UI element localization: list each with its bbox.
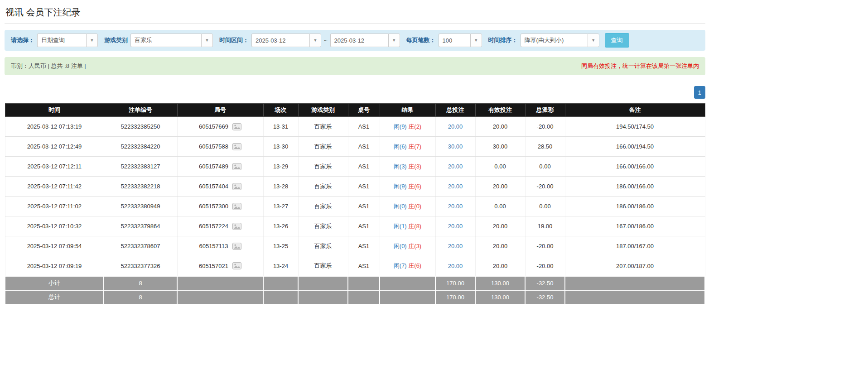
player-result: 闲(6) (394, 143, 407, 150)
image-icon[interactable] (232, 223, 241, 230)
note-cell: 186.00/186.00 (565, 197, 705, 216)
payout-cell: 0.00 (525, 157, 565, 177)
table-row: 2025-03-12 07:12:11522332383127605157489… (5, 157, 705, 177)
page-1-button[interactable]: 1 (694, 86, 705, 99)
image-icon[interactable] (232, 143, 241, 150)
image-icon[interactable] (232, 183, 241, 190)
table-number-cell: AS1 (348, 236, 380, 256)
footer-total-bet-cell: 170.00 (435, 276, 475, 290)
time-cell: 2025-03-12 07:13:19 (5, 117, 104, 137)
game-type-combobox: ▼ (130, 34, 213, 47)
total-bet-link[interactable]: 30.00 (448, 143, 463, 150)
image-icon[interactable] (232, 203, 241, 210)
total-bet-cell: 30.00 (435, 137, 475, 157)
banker-result: 庄(8) (408, 223, 421, 230)
banker-result: 庄(2) (408, 123, 421, 130)
player-result: 闲(0) (394, 203, 407, 210)
player-result: 闲(9) (394, 123, 407, 130)
search-button[interactable]: 查询 (605, 33, 629, 48)
date-to-dropdown-button[interactable]: ▼ (388, 34, 400, 47)
payout-cell: 28.50 (525, 137, 565, 157)
footer-empty-cell (263, 290, 298, 304)
payout-cell: -20.00 (525, 117, 565, 137)
result-cell: 闲(7) 庄(6) (380, 256, 435, 276)
banker-result: 庄(0) (408, 203, 421, 210)
valid-bet-cell: 20.00 (475, 216, 525, 236)
total-bet-link[interactable]: 20.00 (448, 183, 463, 190)
game-type-cell: 百家乐 (298, 157, 348, 177)
date-to-combobox: ▼ (330, 34, 400, 47)
column-header: 时间 (5, 104, 104, 117)
round-number: 605157588 (199, 143, 228, 150)
table-header-row: 时间注单编号局号场次游戏类别桌号结果总投注有效投注总派彩备注 (5, 104, 705, 117)
footer-payout-cell: -32.50 (525, 290, 565, 304)
image-icon[interactable] (232, 243, 241, 250)
table-header: 时间注单编号局号场次游戏类别桌号结果总投注有效投注总派彩备注 (5, 104, 705, 117)
banker-result: 庄(7) (408, 143, 421, 150)
total-bet-link[interactable]: 20.00 (448, 163, 463, 170)
column-header: 总投注 (435, 104, 475, 117)
page-size-dropdown-button[interactable]: ▼ (470, 34, 482, 47)
time-cell: 2025-03-12 07:10:32 (5, 216, 104, 236)
table-number-cell: AS1 (348, 256, 380, 276)
order-id-cell: 522332380949 (104, 197, 177, 216)
total-bet-cell: 20.00 (435, 256, 475, 276)
total-bet-link[interactable]: 20.00 (448, 223, 463, 230)
valid-bet-cell: 20.00 (475, 236, 525, 256)
game-type-cell: 百家乐 (298, 117, 348, 137)
footer-count-cell: 8 (104, 276, 177, 290)
total-bet-link[interactable]: 20.00 (448, 123, 463, 130)
query-type-combobox: ▼ (37, 34, 98, 47)
total-bet-link[interactable]: 20.00 (448, 243, 463, 249)
date-to-input[interactable] (330, 34, 388, 47)
page-size-input[interactable] (439, 34, 470, 47)
total-bet-link[interactable]: 20.00 (448, 203, 463, 210)
image-icon[interactable] (232, 262, 241, 269)
valid-bet-cell: 20.00 (475, 177, 525, 197)
valid-bet-cell: 20.00 (475, 256, 525, 276)
valid-bet-cell: 0.00 (475, 157, 525, 177)
payout-cell: 0.00 (525, 197, 565, 216)
game-type-cell: 百家乐 (298, 177, 348, 197)
order-id-cell: 522332378607 (104, 236, 177, 256)
footer-empty-cell (298, 276, 348, 290)
banker-result: 庄(6) (408, 262, 421, 269)
image-icon[interactable] (232, 163, 241, 170)
game-type-input[interactable] (130, 34, 201, 47)
session-cell: 13-30 (263, 137, 298, 157)
game-type-cell: 百家乐 (298, 216, 348, 236)
note-cell: 166.00/166.00 (565, 157, 705, 177)
chevron-down-icon: ▼ (205, 38, 209, 43)
page-size-label: 每页笔数： (406, 36, 436, 44)
game-type-dropdown-button[interactable]: ▼ (201, 34, 213, 47)
table-number-cell: AS1 (348, 216, 380, 236)
total-bet-link[interactable]: 20.00 (448, 263, 463, 269)
date-from-input[interactable] (251, 34, 309, 47)
table-body: 2025-03-12 07:13:19522332385250605157669… (5, 117, 705, 276)
round-cell: 605157669 (177, 117, 263, 137)
time-cell: 2025-03-12 07:11:02 (5, 197, 104, 216)
round-number-group: 605157300 (199, 203, 241, 210)
payout-cell: 19.00 (525, 216, 565, 236)
table-number-cell: AS1 (348, 177, 380, 197)
game-type-cell: 百家乐 (298, 256, 348, 276)
note-cell: 167.00/186.00 (565, 216, 705, 236)
sort-dropdown-button[interactable]: ▼ (588, 34, 599, 47)
query-type-input[interactable] (37, 34, 86, 47)
image-icon[interactable] (232, 123, 241, 130)
note-cell: 187.00/167.00 (565, 236, 705, 256)
footer-empty-cell (263, 276, 298, 290)
valid-bet-cell: 30.00 (475, 137, 525, 157)
sort-input[interactable] (521, 34, 588, 47)
order-id-cell: 522332377326 (104, 256, 177, 276)
round-cell: 605157021 (177, 256, 263, 276)
total-bet-cell: 20.00 (435, 216, 475, 236)
date-from-dropdown-button[interactable]: ▼ (309, 34, 321, 47)
session-cell: 13-27 (263, 197, 298, 216)
table-row: 2025-03-12 07:10:32522332379864605157224… (5, 216, 705, 236)
order-id-cell: 522332385250 (104, 117, 177, 137)
round-number: 605157021 (199, 263, 228, 269)
query-type-dropdown-button[interactable]: ▼ (86, 34, 98, 47)
title-divider (5, 23, 705, 24)
total-bet-cell: 20.00 (435, 117, 475, 137)
